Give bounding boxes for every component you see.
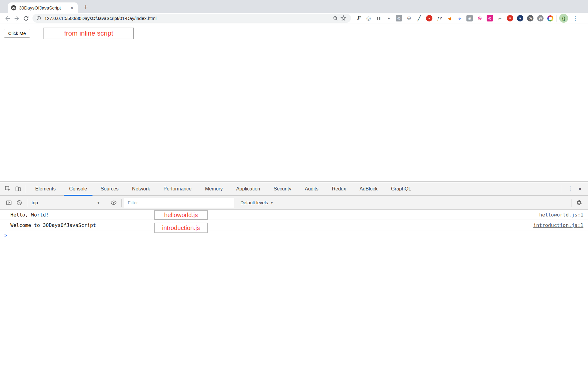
execution-context-selector[interactable]: top ▼: [30, 200, 103, 205]
devtools-separator: [121, 199, 122, 207]
devtools-close-icon[interactable]: ×: [576, 185, 586, 193]
console-sidebar-toggle-icon[interactable]: [4, 197, 14, 208]
log-levels-dropdown[interactable]: Default levels ▼: [240, 200, 273, 205]
devtools-tab-memory[interactable]: Memory: [198, 182, 229, 196]
devtools-tab-console[interactable]: Console: [62, 182, 94, 196]
devtools-tab-performance[interactable]: Performance: [157, 182, 198, 196]
device-toolbar-icon[interactable]: [13, 184, 23, 194]
devtools-separator: [106, 199, 106, 207]
corner-pipe-ext-icon[interactable]: ⌐: [497, 15, 503, 21]
dashed-circle-ext-icon[interactable]: ⊖: [406, 15, 412, 21]
inspect-element-icon[interactable]: [2, 184, 13, 194]
chevron-down-icon: ▼: [270, 201, 273, 205]
page-viewport: Click Me from inline script: [0, 24, 588, 182]
annotation-helloworld-js: helloworld.js: [154, 210, 208, 220]
devtools-panel: Elements Console Sources Network Perform…: [0, 182, 588, 368]
levels-label: Default levels: [240, 200, 268, 205]
clear-console-icon[interactable]: [14, 197, 24, 208]
address-bar[interactable]: 127.0.0.1:5500/30DaysOfJavaScript/01-Day…: [32, 14, 351, 23]
camera-ext-icon[interactable]: ◉: [466, 15, 473, 21]
console-filter-input[interactable]: [124, 198, 234, 208]
devtools-tab-bar: Elements Console Sources Network Perform…: [0, 182, 588, 196]
context-label: top: [32, 200, 38, 205]
devtools-separator: [571, 199, 571, 207]
browser-tab-strip: 30DaysOfJavaScript × +: [0, 0, 588, 13]
devtools-tab-graphql[interactable]: GraphQL: [384, 182, 418, 196]
tab-close-icon[interactable]: ×: [69, 5, 75, 11]
fontscript-ext-icon[interactable]: F: [355, 15, 362, 21]
console-prompt-row[interactable]: >: [0, 231, 588, 240]
columns-ext-icon[interactable]: ▮▮: [375, 15, 382, 21]
forward-icon[interactable]: [12, 14, 21, 23]
devtools-tab-network[interactable]: Network: [125, 182, 157, 196]
browser-toolbar: 127.0.0.1:5500/30DaysOfJavaScript/01-Day…: [0, 13, 588, 24]
color-ring-ext-icon[interactable]: [547, 15, 553, 21]
console-message-text: Welcome to 30DaysOfJavaScript: [10, 222, 533, 228]
toolbar-separator: [556, 15, 556, 22]
pink-flower-ext-icon[interactable]: ⊕: [477, 15, 483, 21]
stop-hand-ext-icon[interactable]: ●: [426, 15, 432, 21]
console-message-text: Hello, World!: [10, 212, 539, 218]
wave-circle-ext-icon[interactable]: w: [537, 15, 544, 21]
devtools-tab-application[interactable]: Application: [229, 182, 267, 196]
devtools-tab-redux[interactable]: Redux: [325, 182, 353, 196]
extensions-bar: F ◎ ▮▮ ● ⊛ ⊖ ╱ ● ƒ? ◀ ◕ ◉ ⊕ ⊛ ⌐ ▾ ♥ ◷ w: [355, 15, 553, 21]
function-help-ext-icon[interactable]: ƒ?: [436, 15, 443, 21]
devtools-separator: [27, 199, 27, 207]
browser-menu-icon[interactable]: ⋮: [571, 15, 579, 22]
heart-search-ext-icon[interactable]: ♥: [517, 15, 523, 21]
devtools-separator: [26, 185, 26, 193]
react-devtools-ext-icon[interactable]: ⊛: [396, 15, 402, 21]
megaphone-ext-icon[interactable]: ◀: [446, 15, 453, 21]
devtools-tab-audits[interactable]: Audits: [298, 182, 325, 196]
devtools-tab-sources[interactable]: Sources: [94, 182, 125, 196]
click-me-button[interactable]: Click Me: [4, 29, 30, 38]
zoom-icon[interactable]: [331, 14, 339, 22]
browser-tab[interactable]: 30DaysOfJavaScript ×: [8, 2, 78, 13]
devtools-tab-adblock[interactable]: AdBlock: [353, 182, 384, 196]
devtools-menu-icon[interactable]: ⋮: [564, 185, 576, 192]
console-source-link[interactable]: helloworld.js:1: [539, 212, 584, 218]
tab-title: 30DaysOfJavaScript: [19, 5, 69, 10]
swirl-ext-icon[interactable]: ◕: [456, 15, 463, 21]
profile-avatar[interactable]: {}: [559, 14, 568, 23]
site-favicon: [11, 5, 16, 10]
back-icon[interactable]: [3, 14, 12, 23]
annotation-introduction-js: introduction.js: [154, 223, 208, 233]
new-tab-button[interactable]: +: [81, 3, 90, 11]
inline-script-output-box: from inline script: [43, 28, 134, 39]
bug-ext-icon[interactable]: ●: [386, 15, 392, 21]
console-output: Hello, World! helloworld.js:1 Welcome to…: [0, 210, 588, 240]
settings-gear-icon[interactable]: [574, 197, 584, 208]
eyedropper-ext-icon[interactable]: ╱: [416, 15, 422, 21]
devtools-separator: [562, 185, 562, 193]
console-message-row: Welcome to 30DaysOfJavaScript introducti…: [0, 220, 588, 231]
console-source-link[interactable]: introduction.js:1: [533, 222, 583, 228]
page-info-icon[interactable]: [36, 16, 41, 21]
reload-icon[interactable]: [21, 14, 31, 23]
url-text[interactable]: 127.0.0.1:5500/30DaysOfJavaScript/01-Day…: [44, 16, 331, 21]
bookmark-star-icon[interactable]: [339, 14, 347, 22]
devtools-tab-security[interactable]: Security: [267, 182, 298, 196]
console-toolbar: top ▼ Default levels ▼: [0, 196, 588, 210]
live-expression-eye-icon[interactable]: [108, 197, 119, 208]
chevron-down-icon: ▼: [97, 201, 103, 205]
devtools-tab-elements[interactable]: Elements: [28, 182, 62, 196]
clock-circle-ext-icon[interactable]: ◷: [527, 15, 533, 21]
console-message-row: Hello, World! helloworld.js:1: [0, 210, 588, 220]
pocket-ext-icon[interactable]: ▾: [507, 15, 513, 21]
target-ext-icon[interactable]: ◎: [365, 15, 372, 21]
magenta-gear-ext-icon[interactable]: ⊛: [487, 15, 493, 21]
console-prompt-chevron: >: [4, 232, 7, 238]
